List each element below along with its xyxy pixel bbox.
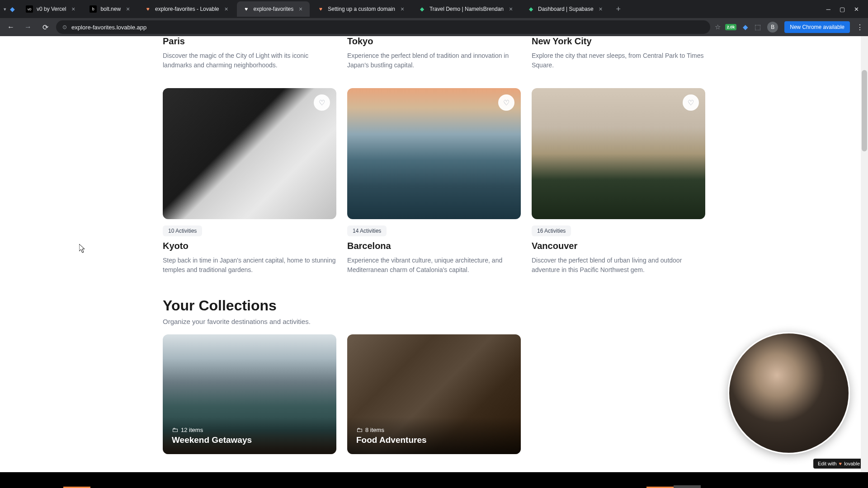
edit-with-lovable-badge[interactable]: Edit with ♥ lovable × (813, 459, 864, 469)
back-button[interactable]: ← (5, 21, 17, 33)
window-controls: ─ ▢ ✕ (826, 6, 864, 13)
tab-search-icon[interactable]: ▾ (4, 6, 6, 12)
page-content: Paris Discover the magic of the City of … (154, 36, 714, 454)
tab-title: Dashboard | Supabase (538, 6, 594, 12)
profile-avatar[interactable]: B (767, 22, 778, 33)
site-info-icon[interactable]: ⊙ (62, 24, 67, 30)
tab-favicon: ♥ (242, 5, 250, 13)
extensions-icon[interactable]: ⬚ (755, 23, 761, 31)
close-window-icon[interactable]: ✕ (854, 6, 859, 13)
destination-desc: Discover the perfect blend of urban livi… (532, 256, 705, 275)
new-tab-button[interactable]: + (612, 5, 626, 14)
gemini-icon[interactable]: ◆ (10, 5, 15, 13)
close-icon[interactable]: × (297, 5, 304, 13)
destination-title: Barcelona (347, 241, 521, 251)
destination-summary: Paris Discover the magic of the City of … (163, 36, 336, 70)
browser-tab[interactable]: ◆ Dashboard | Supabase × (522, 1, 610, 17)
close-icon[interactable]: × (507, 5, 514, 13)
activity-count-badge: 14 Activities (347, 225, 387, 236)
destination-desc: Discover the magic of the City of Light … (163, 51, 336, 70)
destination-title: New York City (532, 36, 705, 47)
address-bar[interactable]: ⊙ explore-favorites.lovable.app (56, 20, 710, 34)
destination-image: ♡ (532, 88, 705, 219)
destination-summary: New York City Explore the city that neve… (532, 36, 705, 70)
tab-title: v0 by Vercel (37, 6, 66, 12)
lovable-heart-icon: ♥ (839, 461, 842, 466)
destination-card[interactable]: ♡ 16 Activities Vancouver Discover the p… (532, 88, 705, 275)
collection-card[interactable]: 🗀 12 items Weekend Getaways (163, 334, 336, 454)
browser-tab[interactable]: v0 v0 by Vercel × (20, 1, 82, 17)
destination-desc: Step back in time in Japan's ancient cap… (163, 256, 336, 275)
collection-overlay: 🗀 8 items Food Adventures (347, 417, 521, 454)
windows-taskbar[interactable] (0, 472, 868, 488)
browser-tab[interactable]: b bolt.new × (84, 1, 137, 17)
collection-title: Weekend Getaways (172, 435, 327, 445)
tab-favicon: ♥ (317, 5, 324, 13)
destination-title: Tokyo (347, 36, 521, 47)
tab-favicon: b (90, 5, 97, 13)
browser-tab-active[interactable]: ♥ explore-favorites × (237, 1, 310, 17)
tab-favicon: ♥ (144, 5, 151, 13)
close-icon[interactable]: × (597, 5, 604, 13)
collections-row: 🗀 12 items Weekend Getaways 🗀 8 items Fo… (163, 334, 705, 454)
destination-card[interactable]: ♡ 10 Activities Kyoto Step back in time … (163, 88, 336, 275)
minimize-icon[interactable]: ─ (826, 6, 830, 13)
browser-tab-strip: ▾ ◆ v0 v0 by Vercel × b bolt.new × ♥ exp… (0, 0, 868, 18)
close-icon[interactable]: × (124, 5, 132, 13)
edit-badge-prefix: Edit with (818, 461, 837, 466)
browser-menu-icon[interactable]: ⋮ (856, 23, 863, 32)
destination-title: Paris (163, 36, 336, 47)
close-icon[interactable]: × (399, 5, 406, 13)
extension-badge[interactable]: 2.0k (725, 24, 737, 30)
folder-icon: 🗀 (356, 426, 363, 433)
page-scrollbar[interactable] (861, 36, 868, 472)
activity-count-badge: 10 Activities (163, 225, 202, 236)
activity-count-badge: 16 Activities (532, 225, 571, 236)
webcam-overlay[interactable] (728, 332, 850, 454)
toolbar-actions: 2.0k ◆ ⬚ B New Chrome available ⋮ (725, 21, 863, 33)
browser-tab[interactable]: ♥ explore-favorites - Lovable × (139, 1, 235, 17)
browser-tab[interactable]: ♥ Setting up a custom domain × (311, 1, 411, 17)
tab-favicon: ◆ (419, 5, 426, 13)
favorite-button[interactable]: ♡ (683, 94, 699, 111)
url-text: explore-favorites.lovable.app (71, 24, 146, 31)
tab-title: Setting up a custom domain (328, 6, 395, 12)
reload-button[interactable]: ⟳ (39, 21, 52, 33)
close-icon[interactable]: × (222, 5, 230, 13)
collections-subtitle: Organize your favorite destinations and … (163, 318, 705, 325)
collection-item-count: 🗀 8 items (356, 426, 512, 433)
destination-desc: Explore the city that never sleeps, from… (532, 51, 705, 70)
destination-desc: Experience the vibrant culture, unique a… (347, 256, 521, 275)
tab-title: bolt.new (100, 6, 121, 12)
tab-title: explore-favorites - Lovable (155, 6, 219, 12)
tab-title: Travel Demo | NamelsBrendan (429, 6, 504, 12)
destination-image: ♡ (163, 88, 336, 219)
gemini-toolbar-icon[interactable]: ◆ (743, 23, 748, 31)
browser-tab[interactable]: ◆ Travel Demo | NamelsBrendan × (413, 1, 520, 17)
heart-icon: ♡ (503, 99, 509, 107)
chrome-update-button[interactable]: New Chrome available (784, 21, 850, 33)
forward-button[interactable]: → (22, 21, 34, 33)
destination-title: Kyoto (163, 241, 336, 251)
collection-overlay: 🗀 12 items Weekend Getaways (163, 417, 336, 454)
favorite-button[interactable]: ♡ (314, 94, 330, 111)
favorite-button[interactable]: ♡ (498, 94, 514, 111)
folder-icon: 🗀 (172, 426, 178, 433)
close-icon[interactable]: × (70, 5, 77, 13)
taskbar-item (674, 485, 701, 488)
destination-text-row: Paris Discover the magic of the City of … (163, 36, 705, 70)
destination-card[interactable]: ♡ 14 Activities Barcelona Experience the… (347, 88, 521, 275)
destination-card-row: ♡ 10 Activities Kyoto Step back in time … (163, 88, 705, 275)
bookmark-icon[interactable]: ☆ (715, 23, 721, 31)
collection-card[interactable]: 🗀 8 items Food Adventures (347, 334, 521, 454)
tab-title: explore-favorites (253, 6, 293, 12)
collection-title: Food Adventures (356, 435, 512, 445)
collections-heading: Your Collections (163, 297, 705, 314)
maximize-icon[interactable]: ▢ (840, 6, 845, 13)
destination-summary: Tokyo Experience the perfect blend of tr… (347, 36, 521, 70)
destination-desc: Experience the perfect blend of traditio… (347, 51, 521, 70)
tab-controls: ▾ ◆ (4, 5, 19, 13)
scrollbar-thumb[interactable] (862, 70, 867, 151)
browser-toolbar: ← → ⟳ ⊙ explore-favorites.lovable.app ☆ … (0, 18, 868, 36)
heart-icon: ♡ (688, 99, 694, 107)
